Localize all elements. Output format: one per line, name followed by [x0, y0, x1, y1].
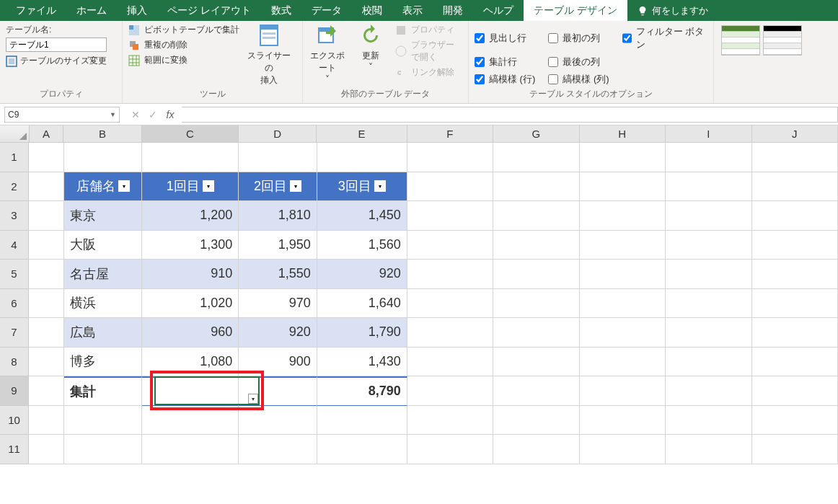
cell[interactable]	[580, 406, 666, 436]
remove-duplicates-button[interactable]: 重複の削除	[128, 39, 239, 51]
cell[interactable]	[666, 318, 751, 348]
tab-review[interactable]: 校閲	[352, 0, 392, 21]
cell[interactable]	[752, 143, 838, 172]
cell[interactable]	[752, 289, 838, 319]
cell[interactable]: 1,550	[239, 260, 317, 289]
col-header-J[interactable]: J	[752, 125, 839, 142]
cell[interactable]	[317, 406, 407, 436]
chk-total-row[interactable]: 集計行	[475, 56, 535, 68]
row-header[interactable]: 2	[0, 172, 29, 202]
cell[interactable]: 名古屋	[64, 260, 143, 289]
cell[interactable]	[407, 231, 493, 260]
cell[interactable]	[580, 201, 666, 231]
cell[interactable]	[752, 435, 838, 464]
summarize-pivot-button[interactable]: ピボットテーブルで集計	[128, 24, 239, 36]
row-header[interactable]: 9	[0, 376, 29, 406]
tab-data[interactable]: データ	[301, 0, 352, 21]
cell[interactable]	[580, 231, 666, 260]
row-header[interactable]: 8	[0, 348, 29, 377]
cell[interactable]	[752, 231, 838, 260]
tab-insert[interactable]: 挿入	[117, 0, 157, 21]
filter-button-icon[interactable]: ▾	[118, 180, 130, 192]
cell[interactable]	[29, 435, 64, 464]
chevron-down-icon[interactable]: ▼	[110, 111, 116, 118]
cell[interactable]: 920	[239, 318, 317, 348]
cell[interactable]	[580, 172, 666, 202]
cell[interactable]: 1,200	[142, 201, 239, 231]
chk-banded-rows[interactable]: 縞模様 (行)	[475, 73, 535, 86]
cell[interactable]	[493, 231, 579, 260]
tell-me-search[interactable]: 何をしますか	[627, 0, 718, 21]
col-header-I[interactable]: I	[666, 125, 752, 142]
total-cell[interactable]	[142, 376, 239, 406]
row-header[interactable]: 6	[0, 289, 29, 319]
cell[interactable]: 1,430	[317, 348, 407, 377]
tab-help[interactable]: ヘルプ	[473, 0, 524, 21]
cell[interactable]	[666, 289, 751, 319]
cell[interactable]	[64, 406, 143, 436]
chk-header-row[interactable]: 見出し行	[475, 25, 535, 51]
cell[interactable]	[752, 318, 838, 348]
cancel-formula-button[interactable]: ✕	[128, 109, 143, 120]
tab-home[interactable]: ホーム	[66, 0, 117, 21]
table-header-cell[interactable]: 店舗名▾	[64, 172, 143, 202]
cell[interactable]: 1,080	[142, 348, 239, 377]
cell[interactable]	[666, 435, 751, 464]
tab-formulas[interactable]: 数式	[261, 0, 301, 21]
cell[interactable]: 博多	[64, 348, 143, 377]
col-header-A[interactable]: A	[30, 125, 64, 142]
cell[interactable]: 1,020	[142, 289, 239, 319]
cell[interactable]: 1,790	[317, 318, 407, 348]
tab-developer[interactable]: 開発	[433, 0, 473, 21]
cell[interactable]	[29, 348, 64, 377]
cell[interactable]	[239, 406, 317, 436]
cell[interactable]	[493, 172, 579, 202]
cell[interactable]	[580, 318, 666, 348]
cell[interactable]	[407, 406, 493, 436]
total-row-dropdown-icon[interactable]: ▾	[248, 394, 258, 404]
enter-formula-button[interactable]: ✓	[146, 109, 160, 120]
table-header-cell[interactable]: 3回目▾	[317, 172, 407, 202]
convert-to-range-button[interactable]: 範囲に変換	[128, 54, 239, 66]
table-style-thumb[interactable]	[721, 25, 760, 56]
cell[interactable]	[142, 143, 239, 172]
row-header[interactable]: 11	[0, 435, 29, 464]
cell[interactable]	[407, 172, 493, 202]
insert-slicer-button[interactable]: スライサーの 挿入	[245, 24, 293, 87]
tab-file[interactable]: ファイル	[6, 0, 66, 21]
formula-input[interactable]	[182, 107, 838, 123]
cell[interactable]	[29, 318, 64, 348]
refresh-button[interactable]: 更新˅	[352, 24, 389, 72]
col-header-B[interactable]: B	[63, 125, 141, 142]
row-header[interactable]: 7	[0, 318, 29, 348]
cell[interactable]	[752, 348, 838, 377]
filter-button-icon[interactable]: ▾	[374, 180, 386, 192]
table-header-cell[interactable]: 1回目▾	[142, 172, 239, 202]
cell[interactable]	[752, 260, 838, 289]
cell[interactable]	[580, 143, 666, 172]
cell[interactable]	[407, 260, 493, 289]
row-header[interactable]: 3	[0, 201, 29, 231]
cell[interactable]	[493, 260, 579, 289]
cell[interactable]	[317, 435, 407, 464]
name-box[interactable]: C9 ▼	[4, 107, 120, 123]
cell[interactable]	[493, 143, 579, 172]
cell[interactable]	[752, 201, 838, 231]
cell[interactable]	[666, 231, 751, 260]
cell[interactable]	[493, 289, 579, 319]
resize-table-button[interactable]: テーブルのサイズ変更	[6, 55, 107, 67]
export-button[interactable]: エクスポート˅	[309, 24, 346, 84]
cell[interactable]: 横浜	[64, 289, 143, 319]
chk-last-col[interactable]: 最後の列	[548, 56, 609, 68]
cell[interactable]	[493, 318, 579, 348]
cell[interactable]	[666, 348, 751, 377]
cell[interactable]	[407, 201, 493, 231]
cell[interactable]	[239, 435, 317, 464]
tab-table-design[interactable]: テーブル デザイン	[524, 0, 627, 21]
col-header-E[interactable]: E	[317, 125, 407, 142]
row-header[interactable]: 4	[0, 231, 29, 260]
col-header-D[interactable]: D	[239, 125, 317, 142]
cell[interactable]: 大阪	[64, 231, 143, 260]
chk-banded-cols[interactable]: 縞模様 (列)	[548, 73, 609, 86]
table-style-thumb[interactable]	[763, 25, 802, 56]
